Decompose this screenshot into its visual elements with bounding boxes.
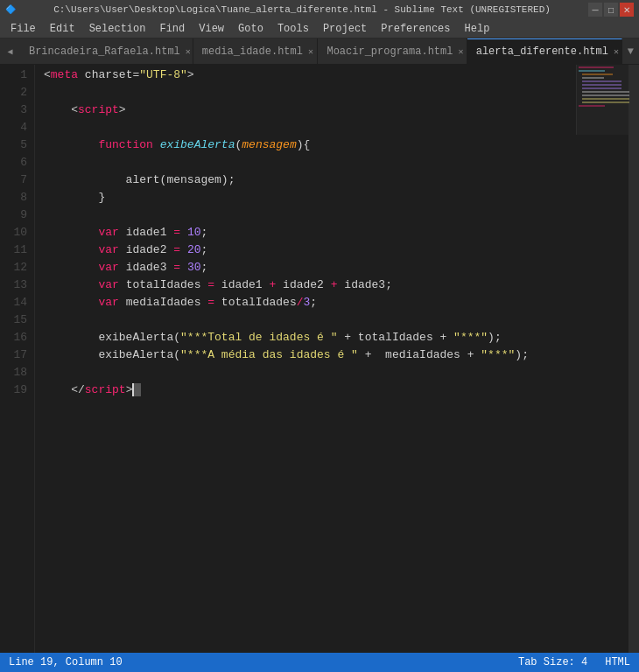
svg-rect-2 bbox=[582, 74, 613, 75]
code-line-16: exibeAlerta("***Total de idades é " + to… bbox=[44, 329, 620, 346]
tab-brincadeira[interactable]: Brincadeira_Rafaela.html ✕ bbox=[20, 38, 193, 64]
code-line-9 bbox=[44, 206, 620, 224]
line-num-16: 16 bbox=[0, 329, 27, 346]
line-num-7: 7 bbox=[0, 172, 27, 189]
line-num-12: 12 bbox=[0, 259, 27, 276]
menu-project[interactable]: Project bbox=[316, 21, 374, 37]
menu-file[interactable]: File bbox=[4, 21, 43, 37]
scrollbar[interactable] bbox=[628, 65, 639, 653]
code-line-7: alert(mensagem); bbox=[44, 172, 620, 189]
tab-close-brincadeira[interactable]: ✕ bbox=[186, 46, 191, 57]
svg-rect-11 bbox=[579, 105, 605, 107]
menu-preferences[interactable]: Preferences bbox=[374, 21, 457, 37]
code-line-18 bbox=[44, 364, 620, 382]
code-line-14: var mediaIdades = totalIdades/3; bbox=[44, 294, 620, 312]
svg-rect-4 bbox=[582, 80, 621, 82]
line-num-2: 2 bbox=[0, 84, 27, 102]
code-area[interactable]: <meta charset="UTF-8"> <script> function… bbox=[35, 65, 628, 653]
cursor-position[interactable]: Line 19, Column 10 bbox=[9, 656, 123, 668]
tab-scroll-left[interactable]: ◀ bbox=[0, 38, 20, 64]
title-text: C:\Users\User\Desktop\Logica\Tuane_alert… bbox=[16, 4, 588, 15]
title-bar: 🔷 C:\Users\User\Desktop\Logica\Tuane_ale… bbox=[0, 0, 639, 19]
code-line-1: <meta charset="UTF-8"> bbox=[44, 66, 620, 84]
line-num-9: 9 bbox=[0, 206, 27, 224]
code-line-17: exibeAlerta("***A média das idades é " +… bbox=[44, 346, 620, 364]
line-num-4: 4 bbox=[0, 119, 27, 136]
svg-rect-6 bbox=[582, 88, 621, 89]
code-line-11: var idade2 = 20; bbox=[44, 242, 620, 259]
minimap[interactable] bbox=[576, 65, 628, 135]
tab-close-alerta[interactable]: ✕ bbox=[614, 46, 619, 57]
line-num-8: 8 bbox=[0, 189, 27, 206]
status-left: Line 19, Column 10 bbox=[9, 656, 123, 668]
code-line-12: var idade3 = 30; bbox=[44, 259, 620, 276]
code-line-8: } bbox=[44, 189, 620, 206]
code-line-5: function exibeAlerta(mensagem){ bbox=[44, 136, 620, 154]
tab-bar: ◀ Brincadeira_Rafaela.html ✕ media_idade… bbox=[0, 38, 639, 65]
tab-dropdown-arrow[interactable]: ▼ bbox=[622, 38, 639, 64]
code-line-4 bbox=[44, 119, 620, 136]
svg-rect-1 bbox=[579, 70, 605, 72]
svg-rect-3 bbox=[582, 77, 604, 79]
line-num-13: 13 bbox=[0, 276, 27, 294]
svg-rect-0 bbox=[579, 66, 614, 68]
close-button[interactable]: ✕ bbox=[620, 3, 634, 17]
line-numbers: 1 2 3 4 5 6 7 8 9 10 11 12 13 14 15 16 1… bbox=[0, 65, 35, 653]
svg-rect-7 bbox=[582, 91, 629, 93]
menu-goto[interactable]: Goto bbox=[231, 21, 270, 37]
code-line-3: <script> bbox=[44, 102, 620, 119]
line-num-6: 6 bbox=[0, 154, 27, 172]
status-bar: Line 19, Column 10 Tab Size: 4 HTML bbox=[0, 653, 639, 672]
code-line-15 bbox=[44, 312, 620, 329]
svg-rect-10 bbox=[582, 102, 629, 103]
syntax-label[interactable]: HTML bbox=[605, 656, 630, 668]
menu-view[interactable]: View bbox=[192, 21, 231, 37]
svg-rect-9 bbox=[582, 98, 629, 100]
minimap-preview bbox=[577, 65, 629, 135]
tab-close-moacir[interactable]: ✕ bbox=[458, 46, 463, 57]
svg-rect-5 bbox=[582, 84, 621, 86]
status-right: Tab Size: 4 HTML bbox=[518, 656, 630, 668]
tab-alerta[interactable]: alerta_diferente.html ✕ bbox=[467, 38, 622, 64]
code-line-10: var idade1 = 10; bbox=[44, 224, 620, 242]
line-num-15: 15 bbox=[0, 312, 27, 329]
menu-help[interactable]: Help bbox=[458, 21, 497, 37]
code-line-13: var totalIdades = idade1 + idade2 + idad… bbox=[44, 276, 620, 294]
tab-label: Brincadeira_Rafaela.html bbox=[29, 46, 180, 58]
tab-moacir[interactable]: Moacir_programa.html ✕ bbox=[318, 38, 467, 64]
tab-label-active: alerta_diferente.html bbox=[476, 46, 608, 58]
line-num-1: 1 bbox=[0, 66, 27, 84]
line-num-3: 3 bbox=[0, 102, 27, 119]
tab-close-media[interactable]: ✕ bbox=[308, 46, 313, 57]
line-num-14: 14 bbox=[0, 294, 27, 312]
menu-edit[interactable]: Edit bbox=[43, 21, 82, 37]
line-num-11: 11 bbox=[0, 242, 27, 259]
tab-label: Moacir_programa.html bbox=[327, 46, 453, 58]
menu-bar: File Edit Selection Find View Goto Tools… bbox=[0, 19, 639, 38]
minimize-button[interactable]: ─ bbox=[588, 3, 602, 17]
tab-media[interactable]: media_idade.html ✕ bbox=[193, 38, 319, 64]
menu-find[interactable]: Find bbox=[152, 21, 192, 37]
svg-rect-8 bbox=[582, 94, 629, 96]
code-line-2 bbox=[44, 84, 620, 102]
tab-label: media_idade.html bbox=[202, 46, 303, 58]
tab-size[interactable]: Tab Size: 4 bbox=[518, 656, 587, 668]
app-icon: 🔷 bbox=[5, 4, 16, 15]
code-line-6 bbox=[44, 154, 620, 172]
line-num-19: 19 bbox=[0, 382, 27, 399]
editor: 1 2 3 4 5 6 7 8 9 10 11 12 13 14 15 16 1… bbox=[0, 65, 639, 653]
line-num-5: 5 bbox=[0, 136, 27, 154]
line-num-18: 18 bbox=[0, 364, 27, 382]
menu-tools[interactable]: Tools bbox=[270, 21, 316, 37]
line-num-10: 10 bbox=[0, 224, 27, 242]
maximize-button[interactable]: □ bbox=[604, 3, 618, 17]
code-line-19: </script> bbox=[44, 382, 620, 399]
window-controls[interactable]: ─ □ ✕ bbox=[588, 3, 634, 17]
menu-selection[interactable]: Selection bbox=[82, 21, 153, 37]
line-num-17: 17 bbox=[0, 346, 27, 364]
